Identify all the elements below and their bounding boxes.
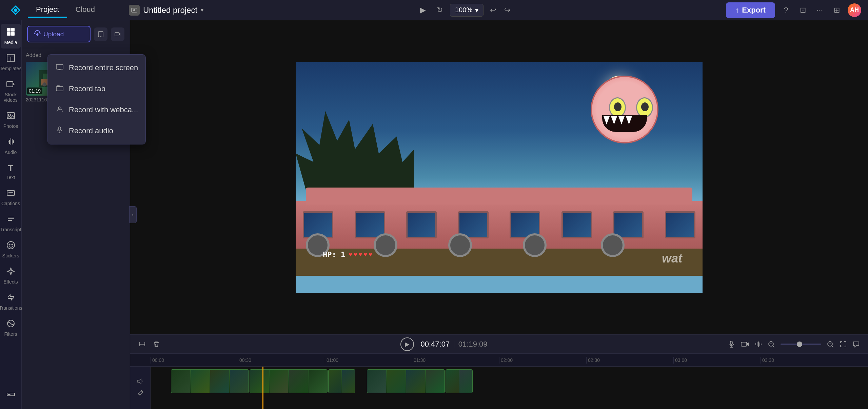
- timeline-ruler: 00:00 00:30 01:00 01:30 02:00 02:30 03:0…: [130, 354, 868, 367]
- heart-5: ♥: [369, 251, 372, 258]
- media-icon: [6, 27, 16, 39]
- timeline: ▶ 00:47:07 | 01:19:09: [130, 334, 868, 409]
- tab-project[interactable]: Project: [28, 2, 67, 18]
- tree-silhouette: [296, 111, 414, 196]
- hide-panel-button[interactable]: ‹: [129, 206, 137, 223]
- export-button[interactable]: ↑ Export: [726, 2, 775, 18]
- svg-rect-4: [11, 28, 15, 32]
- record-screen-item[interactable]: Record entire screen: [48, 57, 145, 78]
- loop-icon: ↻: [437, 6, 443, 15]
- sidebar-item-photos[interactable]: Photos: [1, 108, 21, 132]
- record-audio-item[interactable]: Record audio: [48, 120, 145, 141]
- clip-4[interactable]: [367, 369, 445, 393]
- redo-button[interactable]: ↪: [501, 4, 513, 16]
- zoom-slider-thumb[interactable]: [797, 342, 802, 347]
- playback-controls: ▶ ↻ 100% ▾ ↩ ↪: [416, 3, 513, 17]
- upload-icon: [34, 30, 41, 38]
- sidebar-item-transcript[interactable]: Transcript: [1, 211, 21, 236]
- total-time: 01:19:09: [458, 340, 488, 349]
- record-audio-icon: [55, 126, 64, 135]
- sound-wave-button[interactable]: [755, 340, 762, 348]
- comment-button[interactable]: [852, 340, 860, 348]
- svg-marker-48: [747, 343, 749, 346]
- sidebar-label-media: Media: [4, 40, 17, 45]
- record-button[interactable]: [111, 27, 124, 41]
- mic-button[interactable]: [728, 340, 735, 348]
- sidebar-item-media[interactable]: Media: [1, 24, 21, 48]
- svg-point-20: [7, 241, 15, 249]
- preview-play-button[interactable]: ▶: [416, 3, 430, 17]
- camera-button[interactable]: [741, 340, 749, 348]
- loop-button[interactable]: ↻: [433, 3, 447, 17]
- delete-button[interactable]: [153, 340, 160, 348]
- sidebar-label-filters: Filters: [4, 331, 17, 337]
- tab-cloud[interactable]: Cloud: [67, 2, 103, 18]
- photos-icon: [6, 111, 16, 122]
- audio-icon: [6, 137, 16, 149]
- stickers-icon: [6, 240, 16, 252]
- help-button[interactable]: ?: [780, 4, 792, 16]
- export-label: Export: [742, 6, 766, 15]
- zoom-out-button[interactable]: [768, 340, 775, 348]
- fullscreen-button[interactable]: [840, 340, 847, 348]
- track-edit-button[interactable]: [137, 390, 144, 398]
- zoom-slider-track[interactable]: [781, 344, 821, 345]
- zoom-slider[interactable]: [781, 344, 821, 345]
- ruler-130: 01:30: [412, 357, 499, 364]
- sidebar-label-stock: Stock videos: [3, 92, 19, 103]
- undo-button[interactable]: ↩: [487, 4, 499, 16]
- timeline-play-icon: ▶: [405, 340, 410, 348]
- trim-button[interactable]: [138, 340, 146, 348]
- svg-rect-32: [43, 74, 48, 79]
- upload-button[interactable]: Upload: [27, 26, 91, 42]
- app-logo: [7, 1, 24, 19]
- clip-3[interactable]: [328, 369, 355, 393]
- clip-5[interactable]: [446, 369, 473, 393]
- captions-icon: [6, 188, 16, 200]
- topbar-right: ↑ Export ? ⊡ ··· ⊞ AH: [726, 2, 861, 18]
- heart-1: ♥: [349, 251, 352, 258]
- svg-point-22: [12, 244, 13, 245]
- record-tab-item[interactable]: Record tab: [48, 78, 145, 99]
- train-body: [296, 201, 703, 276]
- clip-2[interactable]: [250, 369, 328, 393]
- transitions-icon: [6, 293, 16, 304]
- track-volume-button[interactable]: [137, 378, 144, 386]
- sidebar-item-text[interactable]: T Text: [1, 160, 21, 183]
- sidebar-item-effects[interactable]: Effects: [1, 263, 21, 288]
- sidebar-item-stickers[interactable]: Stickers: [1, 237, 21, 262]
- record-audio-label: Record audio: [69, 126, 113, 135]
- sidebar-item-transitions[interactable]: Transitions: [1, 289, 21, 314]
- layout-toggle-button[interactable]: ⊞: [831, 4, 843, 16]
- tablet-button[interactable]: [94, 27, 107, 41]
- playhead[interactable]: [262, 367, 263, 409]
- ruler-330: 03:30: [761, 357, 848, 364]
- filters-icon: [6, 319, 16, 330]
- sidebar-item-templates[interactable]: Templates: [1, 50, 21, 75]
- clip-1[interactable]: [171, 369, 249, 393]
- record-screen-label: Record entire screen: [69, 63, 138, 72]
- boss-head: [591, 76, 658, 143]
- brand-kit-button[interactable]: ⊡: [797, 4, 809, 16]
- sidebar-item-filters[interactable]: Filters: [1, 315, 21, 340]
- record-screen-icon: [55, 63, 64, 72]
- timeline-play-button[interactable]: ▶: [400, 337, 414, 351]
- more-options-button[interactable]: ···: [814, 4, 826, 16]
- sidebar-item-captions-bottom[interactable]: [1, 384, 21, 402]
- effects-icon: [6, 267, 16, 278]
- sidebar-label-audio: Audio: [5, 150, 17, 155]
- sidebar-item-captions[interactable]: Captions: [1, 185, 21, 210]
- canvas-preview: HP: 1 ♥ ♥ ♥ ♥ ♥ wat: [130, 20, 868, 334]
- boss-tooth-3: [618, 116, 625, 124]
- video-frame: HP: 1 ♥ ♥ ♥ ♥ ♥ wat: [296, 62, 703, 293]
- current-time: 00:47:07: [421, 340, 450, 349]
- record-webcam-item[interactable]: Record with webca...: [48, 99, 145, 120]
- user-avatar[interactable]: AH: [848, 3, 861, 17]
- zoom-selector[interactable]: 100% ▾: [450, 4, 484, 17]
- sidebar-item-audio[interactable]: Audio: [1, 134, 21, 158]
- left-letterbox: [130, 20, 286, 334]
- project-dropdown-arrow-icon[interactable]: ▾: [201, 7, 203, 13]
- sidebar-item-stock-videos[interactable]: Stock videos: [1, 76, 21, 106]
- record-tab-label: Record tab: [69, 84, 105, 93]
- zoom-in-button[interactable]: [827, 340, 834, 348]
